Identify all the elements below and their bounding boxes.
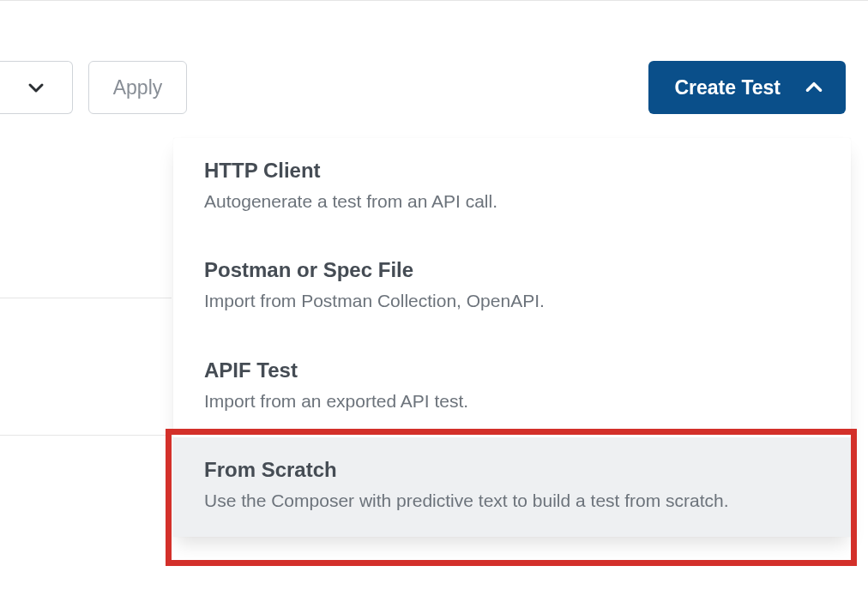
chevron-down-icon bbox=[26, 77, 46, 98]
menu-item-desc: Use the Composer with predictive text to… bbox=[204, 489, 820, 513]
create-test-button[interactable]: Create Test bbox=[648, 61, 846, 114]
menu-item-title: HTTP Client bbox=[204, 159, 820, 183]
menu-item-title: Postman or Spec File bbox=[204, 258, 820, 282]
apply-button-label: Apply bbox=[113, 76, 163, 99]
apply-button[interactable]: Apply bbox=[88, 61, 187, 114]
divider bbox=[0, 435, 172, 436]
create-test-button-label: Create Test bbox=[674, 76, 781, 99]
divider bbox=[0, 298, 172, 298]
menu-item-title: From Scratch bbox=[204, 458, 820, 482]
create-test-menu: HTTP Client Autogenerate a test from an … bbox=[173, 138, 851, 537]
menu-item-desc: Import from an exported API test. bbox=[204, 389, 820, 413]
toolbar: Apply Create Test bbox=[0, 61, 868, 121]
menu-item-http-client[interactable]: HTTP Client Autogenerate a test from an … bbox=[173, 138, 851, 238]
menu-item-postman-spec[interactable]: Postman or Spec File Import from Postman… bbox=[173, 238, 851, 337]
menu-item-title: APIF Test bbox=[204, 358, 820, 382]
chevron-up-icon bbox=[803, 76, 825, 99]
menu-item-desc: Autogenerate a test from an API call. bbox=[204, 190, 820, 214]
menu-item-desc: Import from Postman Collection, OpenAPI. bbox=[204, 289, 820, 313]
menu-item-apif-test[interactable]: APIF Test Import from an exported API te… bbox=[173, 338, 851, 437]
filter-dropdown[interactable] bbox=[0, 61, 73, 114]
menu-item-from-scratch[interactable]: From Scratch Use the Composer with predi… bbox=[173, 437, 851, 537]
